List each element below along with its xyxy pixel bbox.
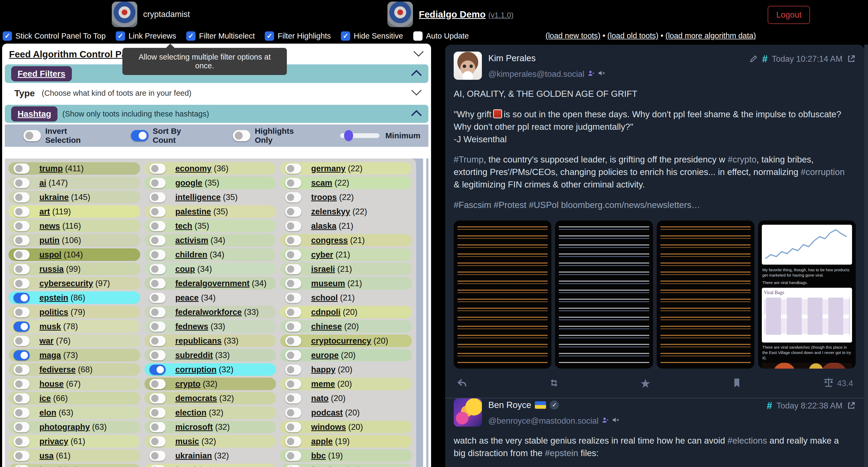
boost-icon[interactable]: [548, 377, 560, 390]
hashtag-toggle[interactable]: [285, 393, 302, 403]
hashtag-label-text[interactable]: freedom (19): [311, 465, 361, 467]
hashtag-toggle[interactable]: [13, 422, 30, 432]
hashtag-filter-item[interactable]: news (116): [8, 220, 140, 232]
hashtag-label-text[interactable]: scam (22): [311, 178, 349, 188]
hashtag-filter-item[interactable]: epstein (86): [8, 292, 140, 304]
checkbox[interactable]: ✓: [3, 31, 12, 41]
hashtag-toggle[interactable]: [149, 436, 165, 446]
hashtag-link[interactable]: #corruption: [801, 167, 845, 177]
hashtag-list-scroll[interactable]: trump (411)ai (147)ukraine (145)art (119…: [5, 159, 416, 467]
hashtag-toggle[interactable]: [149, 235, 165, 245]
hashtag-label-text[interactable]: germany (22): [311, 164, 363, 173]
hashtag-toggle[interactable]: [149, 206, 165, 217]
toot-author-name[interactable]: Kim Perales: [488, 53, 606, 63]
hashtag-label-text[interactable]: fediverse (68): [39, 365, 93, 374]
hashtag-toggle[interactable]: [13, 307, 30, 317]
hashtag-toggle[interactable]: [285, 307, 302, 317]
hashtag-toggle[interactable]: [13, 321, 30, 332]
hashtag-filter-item[interactable]: bbc (19): [280, 449, 412, 462]
hashtag-filter-item[interactable]: art (119): [8, 205, 140, 218]
hashtag-filter-item[interactable]: maga (73): [8, 349, 140, 361]
hashtag-toggle[interactable]: [149, 364, 165, 375]
hashtag-label-text[interactable]: fraud (31): [175, 465, 213, 467]
pencil-icon[interactable]: [749, 54, 758, 65]
hashtag-filter-item[interactable]: music (32): [145, 435, 276, 447]
mute-speaker-icon[interactable]: [612, 416, 620, 426]
hashtag-toggle[interactable]: [13, 278, 30, 289]
hashtag-label-text[interactable]: uspol (104): [39, 250, 83, 260]
hashtag-toggle[interactable]: [13, 249, 30, 260]
load-link[interactable]: (load old toots): [608, 31, 659, 40]
toot-timestamp[interactable]: Today 8:22:38 AM: [776, 401, 842, 411]
hashtag-filter-item[interactable]: google (35): [145, 176, 276, 189]
hashtag-toggle[interactable]: [149, 192, 165, 202]
hashtag-label-text[interactable]: meme (20): [311, 379, 352, 389]
hashtag-filter-item[interactable]: germany (22): [280, 162, 412, 175]
hashtag-toggle[interactable]: [149, 249, 165, 260]
hashtag-label-text[interactable]: coup (34): [175, 264, 212, 274]
hashtag-label-text[interactable]: peace (34): [175, 293, 216, 303]
hashtag-toggle[interactable]: [149, 163, 165, 174]
hashtag-label-text[interactable]: alaska (21): [311, 221, 353, 231]
hashtag-toggle[interactable]: [149, 221, 165, 231]
hashtag-filter-item[interactable]: house (67): [8, 378, 140, 390]
logout-button[interactable]: Logout: [768, 6, 810, 24]
hashtag-filter-item[interactable]: israel (58): [8, 464, 140, 467]
hashtag-toggle[interactable]: [285, 336, 302, 346]
toot-feed[interactable]: Kim Perales@kimperales@toad.social#Today…: [445, 45, 864, 467]
hashtag-label-text[interactable]: election (32): [175, 408, 223, 418]
hashtag-filter-item[interactable]: palestine (35): [145, 205, 276, 218]
hashtag-filter-item[interactable]: israeli (21): [280, 263, 412, 275]
checkbox[interactable]: ✓: [413, 31, 423, 41]
app-version[interactable]: (v1.1.0): [488, 11, 514, 19]
header-option[interactable]: ✓Filter Multiselect: [186, 31, 255, 41]
hashtag-toggle[interactable]: [149, 264, 165, 274]
hashtag-label-text[interactable]: europe (20): [311, 351, 355, 360]
hashtag-label-text[interactable]: microsoft (32): [175, 422, 230, 432]
hashtag-toggle[interactable]: [149, 321, 165, 332]
hashtag-filter-item[interactable]: fednews (33): [145, 320, 276, 333]
hashtag-toggle[interactable]: [285, 221, 302, 231]
hashtag-filter-item[interactable]: cdnpoli (20): [280, 306, 412, 318]
hashtag-toggle[interactable]: [149, 307, 165, 317]
hashtag-toggle[interactable]: [285, 364, 302, 375]
hashtag-filter-item[interactable]: cryptocurrency (20): [280, 335, 412, 347]
hashtag-toggle[interactable]: [285, 293, 302, 303]
hashtag-label-text[interactable]: intelligence (35): [175, 193, 238, 202]
hashtag-filter-item[interactable]: school (21): [280, 292, 412, 304]
chevron-down-icon[interactable]: [413, 51, 424, 58]
hashtag-filter-item[interactable]: europe (20): [280, 349, 412, 361]
external-link-icon[interactable]: [847, 401, 856, 412]
hashtag-toggle[interactable]: [13, 192, 30, 202]
hashtag-filter-item[interactable]: ai (147): [8, 176, 140, 189]
hashtag-toggle[interactable]: [149, 293, 165, 303]
hashtag-label-text[interactable]: russia (99): [39, 264, 81, 274]
highlights-only-toggle[interactable]: [233, 130, 250, 141]
hashtag-label-text[interactable]: palestine (35): [175, 207, 228, 216]
hashtag-label-text[interactable]: congress (21): [311, 236, 365, 245]
hashtag-filter-item[interactable]: photography (63): [8, 421, 140, 433]
hashtag-filter-item[interactable]: windows (20): [280, 421, 412, 433]
hashtag-label-text[interactable]: apple (19): [311, 437, 350, 446]
hashtag-label-text[interactable]: ukraine (145): [39, 193, 90, 202]
hashtag-label-text[interactable]: house (67): [39, 379, 81, 389]
hashtag-label-text[interactable]: trump (411): [39, 164, 84, 173]
hashtag-label-text[interactable]: google (35): [175, 178, 219, 188]
hashtag-toggle[interactable]: [13, 436, 30, 446]
hashtag-label-text[interactable]: economy (36): [175, 164, 228, 173]
hashtag-toggle[interactable]: [149, 451, 165, 461]
hashtag-link[interactable]: #crypto: [728, 155, 756, 164]
attachment-image[interactable]: My favorite thing, though, has to be how…: [758, 221, 856, 369]
hashtag-label-text[interactable]: troops (22): [311, 193, 354, 202]
hashtag-filter-item[interactable]: tech (35): [145, 220, 276, 232]
hashtag-link[interactable]: #elections: [727, 436, 767, 445]
external-link-icon[interactable]: [847, 54, 856, 65]
hashtag-filter-item[interactable]: intelligence (35): [145, 191, 276, 203]
hashtag-filter-item[interactable]: democrats (32): [145, 392, 276, 404]
hashtag-label-text[interactable]: politics (79): [39, 307, 85, 317]
hashtag-filter-item[interactable]: nato (20): [280, 392, 412, 404]
hashtag-label-text[interactable]: cybersecurity (97): [39, 279, 110, 288]
hashtag-filter-item[interactable]: happy (20): [280, 363, 412, 376]
hashtag-label-text[interactable]: ukrainian (32): [175, 451, 229, 461]
hashtag-toggle[interactable]: [285, 206, 302, 217]
